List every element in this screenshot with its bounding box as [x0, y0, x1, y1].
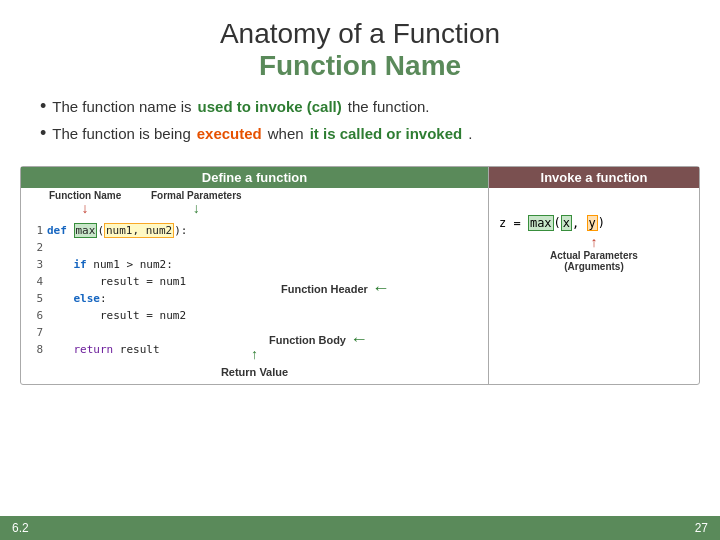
bullets: The function name is used to invoke (cal… [0, 88, 720, 160]
invoke-code: z = max(x, y) [499, 216, 689, 230]
invoke-header: Invoke a function [489, 167, 699, 188]
page: Anatomy of a Function Function Name The … [0, 0, 720, 540]
bullet-1: The function name is used to invoke (cal… [40, 96, 680, 117]
bottom-bar: 6.2 27 [0, 516, 720, 540]
code-line-1: def max(num1, num2): [47, 222, 187, 239]
code-line-7 [47, 324, 187, 341]
diagram-wrapper: Define a function Function Name ↓ Formal… [20, 166, 700, 385]
actual-params-label: Actual Parameters(Arguments) [550, 250, 638, 272]
title-sub: Function Name [0, 50, 720, 82]
return-label: Return Value [221, 366, 288, 378]
bottom-left-label: 6.2 [12, 521, 29, 535]
formal-params-label-block: Formal Parameters ↓ [151, 190, 242, 215]
invoke-content: z = max(x, y) ↑ Actual Parameters(Argume… [489, 188, 699, 280]
bottom-right-label: 27 [695, 521, 708, 535]
code-block: def max(num1, num2): if num1 > num2: res… [47, 222, 187, 358]
fn-body-arrow-icon: ← [350, 329, 368, 350]
define-header: Define a function [21, 167, 488, 188]
title-main: Anatomy of a Function [0, 18, 720, 50]
title-area: Anatomy of a Function Function Name [0, 0, 720, 88]
actual-params-section: ↑ Actual Parameters(Arguments) [499, 234, 689, 272]
line-numbers: 1 2 3 4 5 6 7 8 [29, 222, 43, 358]
code-line-4: result = num1 [47, 273, 187, 290]
labels-section: Function Name ↓ Formal Parameters ↓ [21, 188, 488, 220]
code-line-6: result = num2 [47, 307, 187, 324]
actual-params-arrow-icon: ↑ [591, 234, 598, 250]
invoke-panel: Invoke a function z = max(x, y) ↑ Actual… [489, 167, 699, 384]
fn-body-label: Function Body [269, 334, 346, 346]
code-line-5: else: [47, 290, 187, 307]
formal-params-arrow-icon: ↓ [193, 201, 200, 215]
code-line-8: return result [47, 341, 187, 358]
bullet-2: The function is being executed when it i… [40, 123, 680, 144]
code-line-3: if num1 > num2: [47, 256, 187, 273]
define-panel: Define a function Function Name ↓ Formal… [21, 167, 489, 384]
code-line-2 [47, 239, 187, 256]
fn-header-label: Function Header [281, 283, 368, 295]
fn-name-arrow-icon: ↓ [82, 201, 89, 215]
fn-header-arrow-icon: ← [372, 278, 390, 299]
fn-name-label-block: Function Name ↓ [49, 190, 121, 215]
